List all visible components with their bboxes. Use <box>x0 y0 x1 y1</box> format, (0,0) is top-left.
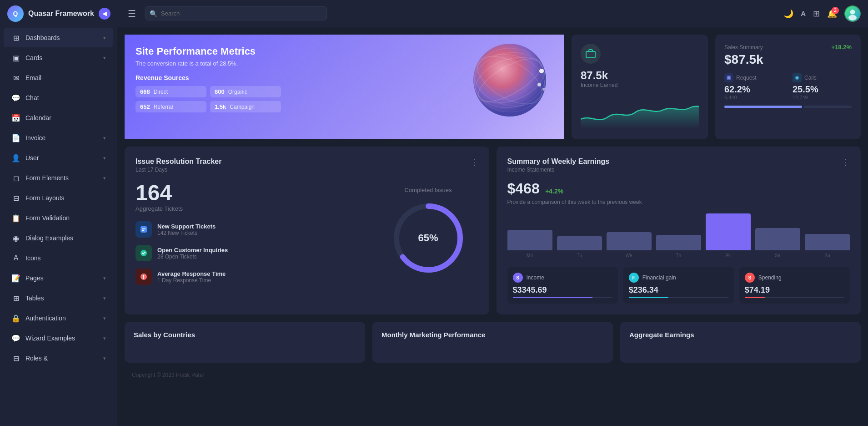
grid-layout-button[interactable]: ⊞ <box>813 9 820 19</box>
income-card: 87.5k Income Earned <box>572 35 708 139</box>
request-val: 6,440 <box>724 95 783 100</box>
sidebar-chevron-user: ▾ <box>103 155 106 161</box>
sidebar-icon-calendar: 📅 <box>11 113 21 123</box>
wm-icon-financial_gain: F <box>629 273 639 283</box>
calls-pct: 25.5% <box>793 84 852 95</box>
issue-item-sub-red: 1 Day Response Time <box>157 277 226 284</box>
search-input[interactable] <box>145 6 327 20</box>
calls-progress-bar <box>804 106 852 108</box>
sidebar-item-invoice[interactable]: 📄 Invoice ▾ <box>4 128 113 147</box>
bar-fr <box>706 213 751 250</box>
issue-card-title-group: Issue Resolution Tracker Last 17 Days <box>135 157 221 173</box>
sidebar-label-form-layouts: Form Layouts <box>25 194 106 202</box>
sales-row: Request 62.2% 6,440 Calls 25.5% <box>724 73 852 100</box>
wm-header-financial_gain: F Financial gain <box>629 273 728 283</box>
revenue-grid: 668Direct800Organic652Referral1.5kCampai… <box>135 86 281 112</box>
revenue-label: Campaign <box>230 104 255 110</box>
svg-rect-20 <box>142 230 144 231</box>
sidebar-item-calendar[interactable]: 📅 Calendar <box>4 108 113 127</box>
sidebar-chevron-pages: ▾ <box>103 275 106 281</box>
sidebar-label-email: Email <box>25 74 106 81</box>
wm-header-income: S Income <box>513 273 612 283</box>
site-performance-card: Site Performance Metrics The conversion … <box>125 35 564 139</box>
sidebar-label-form-elements: Form Elements <box>25 174 103 182</box>
svg-point-17 <box>796 77 798 79</box>
donut-label: Completed Issues <box>404 187 452 193</box>
sales-title: Sales Summary <box>724 44 763 51</box>
sidebar-item-email[interactable]: ✉ Email <box>4 68 113 87</box>
sidebar-item-form-validation[interactable]: 📋 Form Validation <box>4 208 113 228</box>
request-icon <box>724 73 733 82</box>
wm-bar-spending <box>745 297 765 298</box>
footer-card-title-sales-countries: Sales by Countries <box>134 331 356 339</box>
sidebar-item-dashboards[interactable]: ⊞ Dashboards ▾ <box>4 28 113 47</box>
wm-title-financial_gain: Financial gain <box>642 274 676 281</box>
sidebar-item-pages[interactable]: 📝 Pages ▾ <box>4 269 113 288</box>
theme-toggle-button[interactable]: 🌙 <box>783 9 793 19</box>
sidebar-label-tables: Tables <box>25 294 103 302</box>
sidebar-item-roles[interactable]: ⊟ Roles & ▾ <box>4 349 113 368</box>
avatar[interactable] <box>844 5 861 22</box>
bar-col-fr: Fr <box>706 213 751 258</box>
wm-bar-financial_gain <box>629 297 669 298</box>
sidebar-item-tables[interactable]: ⊞ Tables ▾ <box>4 289 113 308</box>
revenue-num: 668 <box>140 88 150 95</box>
sidebar-icon-tables: ⊞ <box>11 293 21 303</box>
issue-item-text-teal: Open Customer Inquiries 28 Open Tickets <box>157 247 228 260</box>
sidebar-item-authentication[interactable]: 🔒 Authentication ▾ <box>4 309 113 328</box>
sidebar-icon-dialog-examples: ◉ <box>11 233 21 243</box>
sidebar-icon-email: ✉ <box>11 73 21 83</box>
issue-more-button[interactable]: ⋮ <box>470 157 478 167</box>
revenue-label: Direct <box>154 89 168 95</box>
request-progress-bar <box>724 106 802 108</box>
header-right: 🌙 A ⊞ 🔔 2 <box>783 5 861 22</box>
notifications-button[interactable]: 🔔 2 <box>827 9 837 19</box>
top-header: Q Quasar Framework ◀ ☰ 🔍 🌙 A ⊞ 🔔 2 <box>0 0 868 27</box>
issue-item-icon-red <box>135 269 152 285</box>
logo-area: Q Quasar Framework ◀ <box>7 5 119 22</box>
sidebar-item-chat[interactable]: 💬 Chat <box>4 88 113 107</box>
sidebar-chevron-tables: ▾ <box>103 295 106 301</box>
issue-card-subtitle: Last 17 Days <box>135 167 221 173</box>
footer-card-title-marketing-performance: Monthly Marketing Performance <box>381 331 604 339</box>
footer-card-title-aggregate-earnings: Aggregate Earnings <box>629 331 852 339</box>
sidebar-item-wizard-examples[interactable]: 💬 Wizard Examples ▾ <box>4 329 113 348</box>
sidebar-label-authentication: Authentication <box>25 314 103 322</box>
weekly-more-button[interactable]: ⋮ <box>842 157 850 167</box>
issue-item-teal: Open Customer Inquiries 28 Open Tickets <box>135 245 369 261</box>
weekly-card-title-group: Summary of Weekly Earnings Income Statem… <box>507 157 610 173</box>
sidebar-item-icons[interactable]: A Icons <box>4 248 113 268</box>
menu-button[interactable]: ☰ <box>124 6 140 21</box>
income-label: Income Earned <box>581 82 699 88</box>
request-metric: Request 62.2% 6,440 <box>724 73 783 100</box>
bar-su <box>805 234 850 250</box>
sidebar-label-user: User <box>25 154 103 162</box>
revenue-num: 1.5k <box>215 103 226 110</box>
sidebar-item-user[interactable]: 👤 User ▾ <box>4 148 113 167</box>
svg-rect-19 <box>142 228 146 229</box>
weekly-earnings-card: Summary of Weekly Earnings Income Statem… <box>497 147 861 314</box>
wm-value-financial_gain: $236.34 <box>629 285 728 295</box>
sidebar-item-cards[interactable]: ▣ Cards ▾ <box>4 48 113 67</box>
weekly-metric-financial_gain: F Financial gain $236.34 <box>623 267 734 304</box>
sidebar-item-dialog-examples[interactable]: ◉ Dialog Examples <box>4 228 113 248</box>
sidebar-label-dialog-examples: Dialog Examples <box>25 234 106 242</box>
copyright: Copyright © 2023 Pratik Patel <box>125 370 861 380</box>
bar-col-tu: Tu <box>557 236 602 259</box>
income-chart <box>581 92 699 130</box>
sidebar-chevron-roles: ▾ <box>103 355 106 361</box>
translate-button[interactable]: A <box>801 10 806 17</box>
weekly-card-header: Summary of Weekly Earnings Income Statem… <box>507 157 850 173</box>
sidebar-collapse-button[interactable]: ◀ <box>99 8 110 20</box>
row-1: Site Performance Metrics The conversion … <box>125 35 861 139</box>
sidebar-item-form-elements[interactable]: ◻ Form Elements ▾ <box>4 168 113 188</box>
sidebar-item-form-layouts[interactable]: ⊟ Form Layouts <box>4 188 113 208</box>
revenue-item-organic: 800Organic <box>210 86 281 97</box>
issue-big-label: Aggregate Tickets <box>135 205 369 212</box>
calls-val: 12,749 <box>793 95 852 100</box>
issue-item-icon-blue <box>135 221 152 238</box>
svg-rect-13 <box>586 51 595 58</box>
bar-label-mo: Mo <box>527 253 533 258</box>
sidebar-icon-user: 👤 <box>11 153 21 163</box>
app-title: Quasar Framework <box>28 10 94 18</box>
